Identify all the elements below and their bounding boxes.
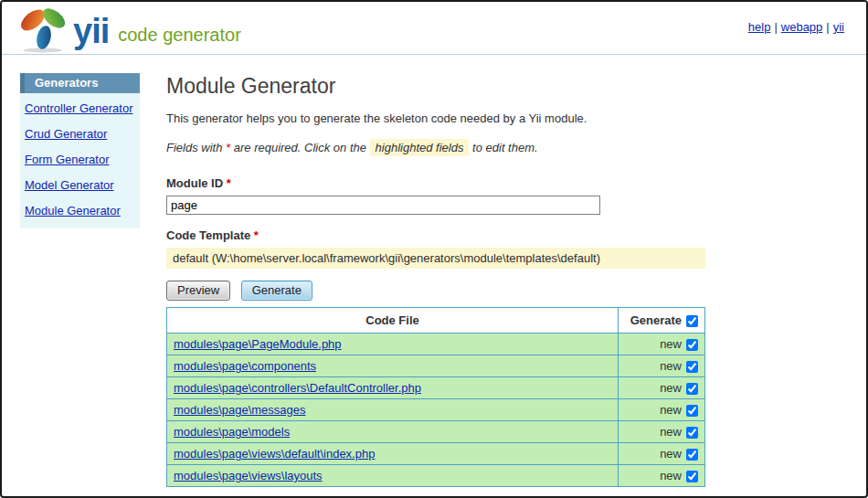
code-file-cell: modules\page\views\layouts	[167, 465, 619, 487]
code-file-cell: modules\page\components	[167, 355, 619, 377]
status-cell: new	[619, 421, 705, 443]
generate-header-text: Generate	[630, 313, 682, 327]
generate-row-checkbox[interactable]	[686, 405, 698, 417]
logo-subtitle: code generator	[118, 25, 241, 46]
code-file-link[interactable]: modules\page\views\layouts	[174, 469, 323, 482]
sidebar-title: Generators	[20, 73, 140, 93]
main-content: Module Generator This generator helps yo…	[166, 69, 705, 487]
status-text: new	[660, 381, 682, 395]
code-file-cell: modules\page\controllers\DefaultControll…	[167, 377, 619, 399]
generate-all-checkbox[interactable]	[686, 315, 698, 327]
code-template-label-text: Code Template	[166, 228, 250, 242]
sidebar-item-crud-generator[interactable]: Crud Generator	[25, 127, 134, 141]
app-header: yii code generator help|webapp|yii	[2, 2, 866, 55]
table-row: modules\page\components new	[167, 355, 705, 377]
table-row: modules\page\views\default\index.php new	[167, 443, 705, 465]
generate-row-checkbox[interactable]	[686, 449, 698, 461]
table-row: modules\page\controllers\DefaultControll…	[167, 377, 705, 399]
nav-separator: |	[774, 20, 777, 34]
generate-row-checkbox[interactable]	[686, 361, 698, 373]
page-title: Module Generator	[166, 74, 705, 99]
gii-window: yii code generator help|webapp|yii Gener…	[0, 0, 868, 498]
logo-text: yii	[73, 14, 109, 48]
generate-button[interactable]: Generate	[241, 281, 312, 301]
generate-row-checkbox[interactable]	[686, 427, 698, 439]
sidebar-item-module-generator[interactable]: Module Generator	[25, 204, 134, 217]
table-row: modules\page\views\layouts new	[167, 465, 705, 487]
code-template-value[interactable]: default (W:\home\server.local\framework\…	[166, 248, 705, 269]
generate-row-checkbox[interactable]	[686, 471, 698, 482]
status-cell: new	[619, 355, 705, 377]
status-cell: new	[619, 443, 705, 465]
required-fields-note: Fields with * are required. Click on the…	[166, 141, 705, 154]
generator-description: This generator helps you to generate the…	[166, 111, 705, 125]
form-buttons: Preview Generate	[166, 281, 705, 301]
status-cell: new	[619, 399, 705, 421]
module-id-label-text: Module ID	[166, 176, 223, 190]
nav-separator: |	[826, 20, 829, 34]
sidebar-item-controller-generator[interactable]: Controller Generator	[25, 101, 134, 115]
code-file-column-header: Code File	[167, 308, 619, 334]
code-files-table: Code File Generate modules\page\PageModu…	[166, 307, 705, 487]
generate-row-checkbox[interactable]	[686, 339, 698, 351]
code-file-link[interactable]: modules\page\PageModule.php	[174, 337, 342, 351]
nav-link-help[interactable]: help	[748, 20, 771, 34]
yii-logo: yii code generator	[16, 5, 241, 54]
status-text: new	[660, 447, 682, 461]
status-text: new	[660, 337, 682, 351]
note-suffix: to edit them.	[472, 141, 538, 154]
top-nav: help|webapp|yii	[748, 20, 844, 34]
status-text: new	[660, 403, 682, 417]
sidebar-links: Controller Generator Crud Generator Form…	[20, 93, 140, 228]
yii-flower-icon	[16, 5, 71, 54]
status-text: new	[660, 469, 682, 482]
sidebar-item-form-generator[interactable]: Form Generator	[25, 153, 134, 166]
code-file-link[interactable]: modules\page\messages	[174, 403, 306, 417]
table-row: modules\page\messages new	[167, 399, 705, 421]
code-file-link[interactable]: modules\page\models	[174, 425, 290, 439]
generators-sidebar: Generators Controller Generator Crud Gen…	[20, 73, 140, 228]
note-prefix: Fields with	[166, 141, 222, 154]
required-asterisk: *	[227, 176, 231, 190]
required-asterisk: *	[226, 141, 230, 154]
preview-button[interactable]: Preview	[166, 281, 230, 301]
table-row: modules\page\models new	[167, 421, 705, 443]
status-cell: new	[619, 377, 705, 399]
code-file-cell: modules\page\views\default\index.php	[167, 443, 619, 465]
table-header-row: Code File Generate	[167, 308, 705, 334]
status-text: new	[660, 359, 682, 373]
code-template-label: Code Template *	[166, 228, 705, 242]
code-file-cell: modules\page\messages	[167, 399, 619, 421]
module-id-label: Module ID *	[166, 176, 705, 190]
status-cell: new	[619, 334, 705, 355]
nav-link-yii[interactable]: yii	[833, 20, 844, 34]
status-cell: new	[619, 465, 705, 487]
module-id-input[interactable]	[166, 196, 600, 215]
sidebar-item-model-generator[interactable]: Model Generator	[25, 178, 134, 192]
status-text: new	[660, 425, 682, 439]
note-middle: are required. Click on the	[234, 141, 366, 154]
required-asterisk: *	[254, 228, 259, 242]
code-file-link[interactable]: modules\page\components	[174, 359, 316, 373]
code-file-cell: modules\page\PageModule.php	[167, 334, 619, 355]
generate-row-checkbox[interactable]	[686, 383, 698, 395]
code-file-cell: modules\page\models	[167, 421, 619, 443]
table-row: modules\page\PageModule.php new	[167, 334, 705, 355]
generate-column-header: Generate	[619, 308, 705, 334]
code-file-link[interactable]: modules\page\views\default\index.php	[174, 447, 375, 461]
highlighted-fields-sample: highlighted fields	[370, 139, 470, 156]
code-file-link[interactable]: modules\page\controllers\DefaultControll…	[174, 381, 421, 395]
nav-link-webapp[interactable]: webapp	[781, 20, 823, 34]
